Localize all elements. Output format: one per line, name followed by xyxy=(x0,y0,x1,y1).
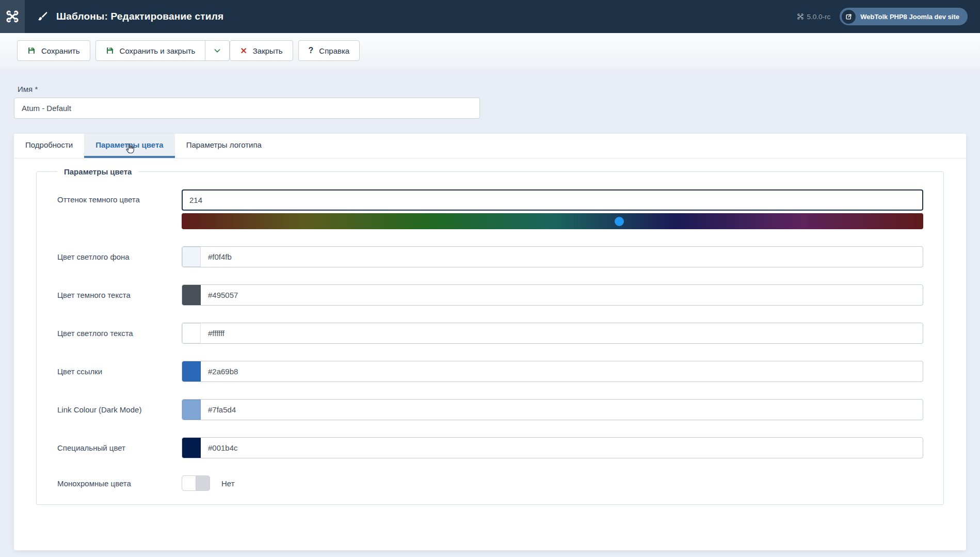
save-close-button-label: Сохранить и закрыть xyxy=(120,46,196,55)
color-swatch[interactable] xyxy=(182,285,201,305)
color-row-link-dark-mode: Link Colour (Dark Mode) xyxy=(57,399,923,420)
color-row-label: Цвет светлого текста xyxy=(57,329,182,338)
color-row-dark-text: Цвет темного текста xyxy=(57,284,923,306)
color-row-special: Специальный цвет xyxy=(57,437,923,458)
monochrome-value: Нет xyxy=(221,479,235,488)
color-row-label: Link Colour (Dark Mode) xyxy=(57,405,182,414)
hex-value-input[interactable] xyxy=(201,285,923,305)
hue-slider-handle[interactable] xyxy=(615,217,624,226)
required-asterisk: * xyxy=(35,85,38,93)
preview-site-badge[interactable]: WebTolk PHP8 Joomla dev site xyxy=(840,8,968,25)
hex-value-input[interactable] xyxy=(201,361,923,381)
tab-bar: Подробности Параметры цвета Параметры ло… xyxy=(14,134,966,158)
hex-value-input[interactable] xyxy=(201,438,923,458)
toggle-knob xyxy=(182,476,196,490)
close-button-label: Закрыть xyxy=(253,46,283,55)
monochrome-row: Монохромные цвета Нет xyxy=(57,475,923,491)
close-button[interactable]: ✕ Закрыть xyxy=(230,40,293,61)
name-field-label: Имя * xyxy=(18,85,966,93)
save-actions-dropdown-toggle[interactable] xyxy=(205,41,229,60)
save-button[interactable]: Сохранить xyxy=(17,40,90,61)
brush-icon xyxy=(37,11,49,22)
color-swatch[interactable] xyxy=(182,400,201,420)
tab-details[interactable]: Подробности xyxy=(14,134,84,158)
monochrome-label: Монохромные цвета xyxy=(57,479,182,488)
help-icon: ? xyxy=(309,46,314,55)
joomla-logo[interactable] xyxy=(0,0,25,33)
save-icon xyxy=(106,46,114,55)
hue-label: Оттенок темного цвета xyxy=(57,189,182,204)
version-label: 5.0.0-rc xyxy=(807,13,831,21)
page-title: Шаблоны: Редактирование стиля xyxy=(56,11,223,22)
color-row-label: Специальный цвет xyxy=(57,443,182,452)
hue-slider-track[interactable] xyxy=(182,213,923,229)
name-label-text: Имя xyxy=(18,85,33,93)
tab-details-label: Подробности xyxy=(25,140,73,149)
help-button-label: Справка xyxy=(319,46,349,55)
color-swatch[interactable] xyxy=(182,247,201,267)
hex-value-input[interactable] xyxy=(201,400,923,420)
save-button-label: Сохранить xyxy=(41,46,80,55)
external-link-icon xyxy=(842,10,856,24)
color-row-link: Цвет ссылки xyxy=(57,361,923,382)
admin-header: Шаблоны: Редактирование стиля 5.0.0-rc W… xyxy=(0,0,980,33)
color-row-label: Цвет ссылки xyxy=(57,367,182,376)
style-name-input[interactable] xyxy=(14,98,480,119)
joomla-version-icon xyxy=(797,13,804,20)
help-button[interactable]: ? Справка xyxy=(298,40,360,61)
fieldset-legend: Параметры цвета xyxy=(57,167,138,176)
color-swatch[interactable] xyxy=(182,438,201,458)
save-close-split-button: Сохранить и закрыть xyxy=(95,40,230,61)
joomla-version: 5.0.0-rc xyxy=(797,13,831,21)
hue-value-input[interactable] xyxy=(182,189,923,211)
hex-value-input[interactable] xyxy=(201,323,923,343)
tab-logo-params[interactable]: Параметры логотипа xyxy=(175,134,273,158)
hex-value-input[interactable] xyxy=(201,247,923,267)
color-row-label: Цвет темного текста xyxy=(57,291,182,299)
close-icon: ✕ xyxy=(240,46,247,56)
site-badge-label: WebTolk PHP8 Joomla dev site xyxy=(860,13,959,21)
color-row-label: Цвет светлого фона xyxy=(57,252,182,261)
joomla-logo-icon xyxy=(5,9,20,24)
tab-color-params-label: Параметры цвета xyxy=(95,140,163,149)
color-swatch[interactable] xyxy=(182,323,201,343)
name-field-block: Имя * xyxy=(14,85,966,119)
color-row-light-bg: Цвет светлого фона xyxy=(57,246,923,267)
style-edit-card: Подробности Параметры цвета Параметры ло… xyxy=(14,134,966,550)
chevron-down-icon xyxy=(213,46,221,55)
save-icon xyxy=(27,46,36,55)
color-swatch[interactable] xyxy=(182,361,201,381)
toolbar: Сохранить Сохранить и закрыть ✕ Закрыть … xyxy=(0,33,980,68)
tab-logo-params-label: Параметры логотипа xyxy=(186,140,262,149)
hue-row: Оттенок темного цвета xyxy=(57,189,923,229)
color-row-light-text: Цвет светлого текста xyxy=(57,323,923,344)
color-params-fieldset: Параметры цвета Оттенок темного цвета Цв… xyxy=(36,167,944,505)
tab-color-params[interactable]: Параметры цвета xyxy=(84,134,174,158)
save-close-button[interactable]: Сохранить и закрыть xyxy=(96,41,205,60)
monochrome-toggle[interactable] xyxy=(182,475,210,491)
